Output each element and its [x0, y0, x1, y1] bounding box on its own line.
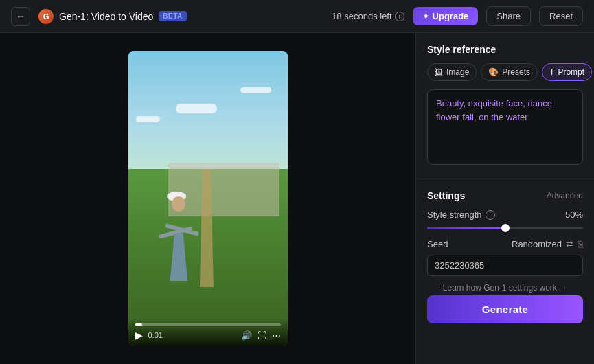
share-button[interactable]: Share — [486, 6, 531, 26]
slider-thumb — [501, 224, 510, 232]
learn-link[interactable]: Learn how Gen-1 settings work → — [427, 283, 583, 293]
timer-display: 18 seconds left i — [332, 11, 404, 21]
prompt-tab-icon: T — [549, 67, 554, 77]
settings-title: Settings — [427, 190, 465, 201]
app-header: ← G Gen-1: Video to Video BETA 18 second… — [0, 0, 594, 33]
more-button[interactable]: ⋯ — [272, 330, 281, 341]
prompt-input[interactable] — [427, 89, 583, 165]
volume-button[interactable]: 🔊 — [241, 330, 252, 341]
tab-prompt[interactable]: T Prompt — [542, 63, 592, 81]
style-tabs: 🖼 Image 🎨 Presets T Prompt — [427, 63, 583, 81]
learn-link-text: Learn how Gen-1 settings work → — [443, 283, 567, 293]
settings-section: Settings Advanced Style strength i 50% S… — [427, 190, 583, 323]
tab-presets[interactable]: 🎨 Presets — [481, 63, 538, 81]
advanced-link[interactable]: Advanced — [547, 191, 583, 201]
progress-fill — [135, 323, 143, 326]
video-area: ▶ 0:01 🔊 ⛶ ⋯ — [0, 33, 415, 364]
generate-button[interactable]: Generate — [427, 295, 583, 323]
style-strength-label: Style strength i — [427, 209, 495, 220]
settings-header: Settings Advanced — [427, 190, 583, 201]
style-strength-info-icon[interactable]: i — [486, 210, 495, 220]
presets-tab-icon: 🎨 — [488, 67, 499, 77]
person-dress — [168, 233, 190, 281]
cloud-2 — [240, 87, 271, 93]
upgrade-label: Upgrade — [433, 11, 469, 21]
fullscreen-button[interactable]: ⛶ — [258, 330, 266, 341]
slider-fill — [427, 227, 505, 229]
seed-copy-button[interactable]: ⎘ — [578, 239, 583, 249]
seed-input[interactable] — [427, 255, 583, 276]
app-title-group: G Gen-1: Video to Video BETA — [38, 9, 187, 24]
seed-shuffle-button[interactable]: ⇄ — [566, 239, 573, 249]
timer-text: 18 seconds left — [332, 11, 391, 21]
style-strength-slider[interactable] — [427, 227, 583, 229]
person-head — [172, 196, 185, 212]
style-strength-row: Style strength i 50% — [427, 209, 583, 220]
style-reference-title: Style reference — [427, 44, 583, 55]
cloud-1 — [176, 104, 217, 113]
reset-button[interactable]: Reset — [539, 6, 583, 26]
beta-badge: BETA — [159, 11, 186, 21]
tab-image[interactable]: 🖼 Image — [427, 63, 477, 81]
presets-tab-label: Presets — [502, 67, 530, 77]
seed-row: Seed Randomized ⇄ ⎘ — [427, 239, 583, 249]
cloud-3 — [136, 116, 160, 122]
seed-randomized-label: Randomized — [512, 239, 562, 249]
upgrade-button[interactable]: ✦ Upgrade — [413, 7, 479, 25]
style-strength-text: Style strength — [427, 209, 482, 220]
time-display: 0:01 — [148, 331, 163, 339]
video-background — [128, 51, 288, 346]
app-title-text: Gen-1: Video to Video — [59, 11, 153, 22]
prompt-tab-label: Prompt — [558, 67, 584, 77]
avatar: G — [38, 9, 54, 24]
person-figure — [160, 192, 198, 281]
style-reference-section: Style reference 🖼 Image 🎨 Presets T Prom… — [427, 44, 583, 168]
timer-info-icon[interactable]: i — [395, 12, 404, 21]
back-button[interactable]: ← — [11, 7, 30, 26]
progress-bar[interactable] — [135, 323, 281, 326]
main-content: ▶ 0:01 🔊 ⛶ ⋯ Style reference 🖼 Image — [0, 33, 594, 364]
slider-track[interactable] — [427, 227, 583, 229]
seed-label: Seed — [427, 239, 448, 249]
seed-right: Randomized ⇄ ⎘ — [512, 239, 583, 249]
video-controls: ▶ 0:01 🔊 ⛶ ⋯ — [128, 318, 288, 346]
play-button[interactable]: ▶ — [135, 330, 143, 341]
controls-row: ▶ 0:01 🔊 ⛶ ⋯ — [135, 330, 281, 341]
image-tab-label: Image — [446, 67, 469, 77]
image-tab-icon: 🖼 — [435, 67, 443, 77]
style-strength-value: 50% — [565, 209, 583, 220]
upgrade-icon: ✦ — [422, 12, 429, 21]
right-panel: Style reference 🖼 Image 🎨 Presets T Prom… — [415, 33, 594, 364]
video-container: ▶ 0:01 🔊 ⛶ ⋯ — [128, 51, 288, 346]
section-divider — [416, 179, 594, 179]
